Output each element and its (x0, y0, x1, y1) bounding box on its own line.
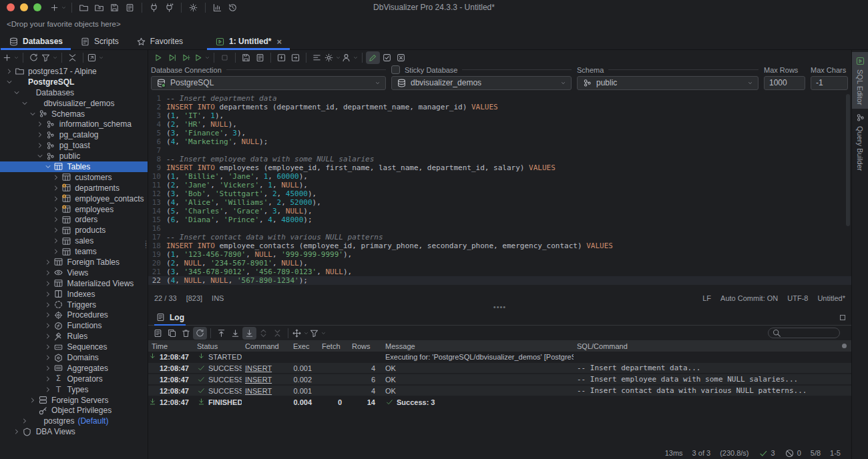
maximize-panel-icon[interactable] (840, 315, 845, 320)
favorites-drop-bar[interactable]: <Drop your favorite objects here> (0, 15, 868, 33)
editor-line-13[interactable]: 13(4, 'Alice', 'Williams', 2, 52000), (148, 198, 851, 207)
column-header-message[interactable]: Message (382, 342, 574, 350)
tab-scripts[interactable]: Scripts (71, 33, 128, 49)
editor-line-6[interactable]: 6(4, 'Marketing', NULL); (148, 137, 851, 146)
chevron-right-icon[interactable] (43, 386, 53, 394)
chevron-down-icon[interactable] (27, 110, 37, 118)
column-header-sql[interactable]: SQL/Command (574, 342, 851, 350)
chevron-right-icon[interactable] (43, 354, 53, 362)
filter-log-button[interactable] (309, 327, 327, 340)
tree-item-views[interactable]: Views (0, 268, 148, 278)
tree-item-employees[interactable]: employees (0, 204, 148, 215)
editor-line-19[interactable]: 19(1, '123-456-7890', NULL, '999-999-999… (148, 250, 851, 259)
chevron-right-icon[interactable] (51, 173, 61, 181)
execute-menu-button[interactable] (193, 51, 210, 64)
editor-line-4[interactable]: 4(2, 'HR', NULL), (148, 120, 851, 129)
chevron-right-icon[interactable] (51, 248, 61, 256)
collapse-rows-button[interactable] (270, 327, 284, 340)
tree-item-information-schema[interactable]: information_schema (0, 119, 148, 129)
reconnect-button[interactable] (162, 1, 176, 14)
sql-editor[interactable]: 1-- Insert department data2INSERT INTO d… (148, 92, 851, 292)
chevron-right-icon[interactable] (12, 428, 22, 436)
execute-buffer-button[interactable] (179, 51, 193, 64)
filter-tree-button[interactable] (41, 51, 58, 64)
scroll-bottom-button[interactable] (228, 327, 242, 340)
chevron-down-icon[interactable] (4, 78, 14, 86)
max-rows-input[interactable]: 1000 (764, 76, 805, 90)
chevron-right-icon[interactable] (51, 195, 61, 203)
execute-button[interactable] (151, 51, 165, 64)
tree-item-employee-contacts[interactable]: employee_contacts (0, 193, 148, 204)
chevron-right-icon[interactable] (43, 269, 53, 277)
editor-line-3[interactable]: 3(1, 'IT', 1), (148, 111, 851, 120)
chevron-right-icon[interactable] (27, 396, 37, 404)
tree-item-triggers[interactable]: Triggers (0, 300, 148, 310)
chevron-right-icon[interactable] (43, 375, 53, 383)
tree-item-foreign-servers[interactable]: Foreign Servers (0, 395, 148, 406)
editor-line-12[interactable]: 12(3, 'Bob', 'Stuttgart', 2, 45000), (148, 189, 851, 198)
chevron-down-icon[interactable] (35, 152, 45, 160)
export-sql-button[interactable] (288, 51, 302, 64)
auto-refresh-toggle[interactable] (193, 327, 207, 340)
connection-select[interactable]: PostgreSQL (151, 76, 386, 90)
schema-select[interactable]: public (577, 76, 758, 90)
tree-item-pg-toast[interactable]: pg_toast (0, 140, 148, 151)
editor-line-21[interactable]: 21(3, '345-678-9012', '456-789-0123', NU… (148, 268, 851, 276)
save-button[interactable] (107, 1, 122, 14)
tree-item-pg-catalog[interactable]: pg_catalog (0, 129, 148, 140)
client-info-button[interactable] (341, 51, 359, 64)
column-header-command[interactable]: Command (242, 342, 290, 350)
save-all-button[interactable] (123, 1, 137, 14)
close-tab-icon[interactable]: × (276, 37, 282, 47)
tree-item-postgres17-alpine[interactable]: postgres17 - Alpine (0, 66, 148, 77)
log-splitter-handle[interactable]: •••• (148, 304, 851, 310)
editor-line-9[interactable]: 9INSERT INTO employees (employee_id, fir… (148, 163, 851, 172)
chevron-right-icon[interactable] (43, 290, 53, 298)
tree-item-indexes[interactable]: Indexes (0, 289, 148, 300)
tree-item-postgresql[interactable]: PostgreSQL (0, 77, 148, 87)
tree-item-products[interactable]: products (0, 225, 148, 236)
load-sql-button[interactable] (274, 51, 288, 64)
zoom-window-button[interactable] (33, 3, 41, 11)
close-window-button[interactable] (7, 3, 15, 11)
minimize-window-button[interactable] (20, 3, 28, 11)
max-chars-input[interactable]: -1 (811, 76, 848, 90)
chevron-right-icon[interactable] (19, 417, 29, 425)
execute-current-button[interactable] (165, 51, 179, 64)
sidebar-splitter-handle[interactable]: ⋮⋮ (143, 242, 149, 247)
scroll-top-button[interactable] (214, 327, 228, 340)
create-connection-button[interactable] (2, 51, 19, 64)
expand-rows-button[interactable] (256, 327, 270, 340)
chevron-right-icon[interactable] (35, 120, 45, 128)
chevron-down-icon[interactable] (12, 89, 22, 97)
tab-databases[interactable]: Databases (0, 33, 71, 49)
tree-item-sales[interactable]: sales (0, 236, 148, 246)
format-sql-button[interactable] (310, 51, 324, 64)
tree-item-rules[interactable]: Rules (0, 331, 148, 342)
move-columns-button[interactable] (292, 327, 309, 340)
editor-line-5[interactable]: 5(3, 'Finance', 3), (148, 129, 851, 137)
chevron-right-icon[interactable] (43, 311, 53, 319)
chevron-right-icon[interactable] (35, 141, 45, 149)
save-script-button[interactable] (239, 51, 253, 64)
tree-item-departments[interactable]: departments (0, 183, 148, 193)
database-select[interactable]: dbvisualizer_demos (391, 76, 572, 90)
tree-item-foreign-tables[interactable]: Foreign Tables (0, 257, 148, 268)
column-header-rows[interactable]: Rows (349, 342, 382, 350)
editor-line-16[interactable]: 16 (148, 224, 851, 233)
open-object-button[interactable] (87, 51, 104, 64)
editor-line-22[interactable]: 22(4, NULL, NULL, '567-890-1234'); (148, 276, 851, 285)
log-search-input[interactable] (768, 328, 840, 338)
log-row[interactable]: 12:08:47FINISHED0.004014Success: 3 (148, 397, 851, 408)
editor-line-2[interactable]: 2INSERT INTO departments (department_id,… (148, 103, 851, 111)
tab-query-builder[interactable]: Query Builder (852, 109, 868, 175)
tab-document-untitled[interactable]: 1: Untitled* × (206, 33, 290, 49)
tree-item-functions[interactable]: Functions (0, 320, 148, 331)
chevron-right-icon[interactable] (43, 280, 53, 288)
column-settings-icon[interactable] (842, 344, 847, 348)
log-command-link[interactable]: INSERT (245, 364, 272, 372)
refresh-tree-button[interactable] (27, 51, 41, 64)
column-header-fetch[interactable]: Fetch (318, 342, 349, 350)
tree-item-procedures[interactable]: Procedures (0, 310, 148, 320)
chevron-right-icon[interactable] (43, 322, 53, 330)
